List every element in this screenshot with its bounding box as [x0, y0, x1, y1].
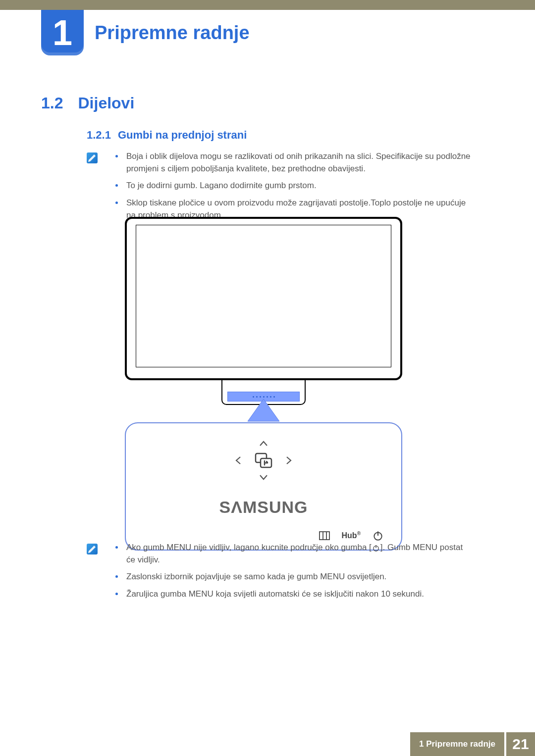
- top-accent-bar: [0, 0, 535, 10]
- chapter-title: Pripremne radnje: [95, 22, 250, 44]
- svg-rect-3: [320, 532, 329, 540]
- note-text-pre: Ako gumb MENU nije vidljiv, lagano kucni…: [126, 543, 372, 552]
- note-item: Boja i oblik dijelova mogu se razlikovat…: [115, 151, 473, 175]
- page-footer: 1 Pripremne radnje 21: [0, 732, 535, 756]
- note-list-bottom: Ako gumb MENU nije vidljiv, lagano kucni…: [115, 542, 473, 601]
- brand-logo: SΛMSUNG: [136, 498, 391, 517]
- hub-label: Hub®: [342, 531, 361, 540]
- chapter-number-badge: 1: [41, 10, 84, 55]
- note-item: Zaslonski izbornik pojavljuje se samo ka…: [115, 571, 473, 583]
- note-icon: [87, 152, 98, 163]
- section-heading: 1.2 Dijelovi: [41, 94, 134, 112]
- dpad: [136, 438, 391, 483]
- power-icon: [372, 544, 380, 552]
- note-item: Žaruljica gumba MENU koja svijetli autom…: [115, 588, 473, 601]
- callout-arrow: [125, 405, 402, 425]
- footer-chapter-label: 1 Pripremne radnje: [410, 732, 504, 756]
- control-panel-zoom: SΛMSUNG Hub®: [125, 422, 402, 551]
- section-title: Dijelovi: [78, 94, 134, 112]
- monitor-outline: [125, 217, 402, 380]
- monitor-screen: [136, 225, 391, 367]
- svg-marker-0: [248, 399, 279, 421]
- power-icon: [373, 531, 383, 541]
- chevron-right-icon: [283, 455, 294, 466]
- chevron-up-icon: [258, 438, 269, 449]
- note-icon: [87, 544, 98, 554]
- chapter-header: 1 Pripremne radnje: [41, 10, 250, 55]
- panel-bottom-icons: Hub®: [136, 531, 391, 541]
- subsection-number: 1.2.1: [87, 129, 111, 142]
- note-item: Ako gumb MENU nije vidljiv, lagano kucni…: [115, 542, 473, 566]
- chevron-left-icon: [233, 455, 244, 466]
- menu-grid-icon: [319, 531, 330, 541]
- monitor-figure: SΛMSUNG Hub®: [125, 217, 402, 551]
- note-list-top: Boja i oblik dijelova mogu se razlikovat…: [115, 151, 473, 221]
- note-item: To je dodirni gumb. Lagano dodirnite gum…: [115, 180, 473, 192]
- section-number: 1.2: [41, 94, 63, 112]
- note-block-top: Boja i oblik dijelova mogu se razlikovat…: [87, 151, 473, 226]
- note-block-bottom: Ako gumb MENU nije vidljiv, lagano kucni…: [87, 542, 473, 605]
- subsection-title: Gumbi na prednjoj strani: [118, 129, 247, 142]
- chevron-down-icon: [258, 472, 269, 483]
- subsection-heading: 1.2.1 Gumbi na prednjoj strani: [87, 129, 247, 142]
- enter-icon: [254, 452, 273, 469]
- footer-page-number: 21: [506, 732, 535, 756]
